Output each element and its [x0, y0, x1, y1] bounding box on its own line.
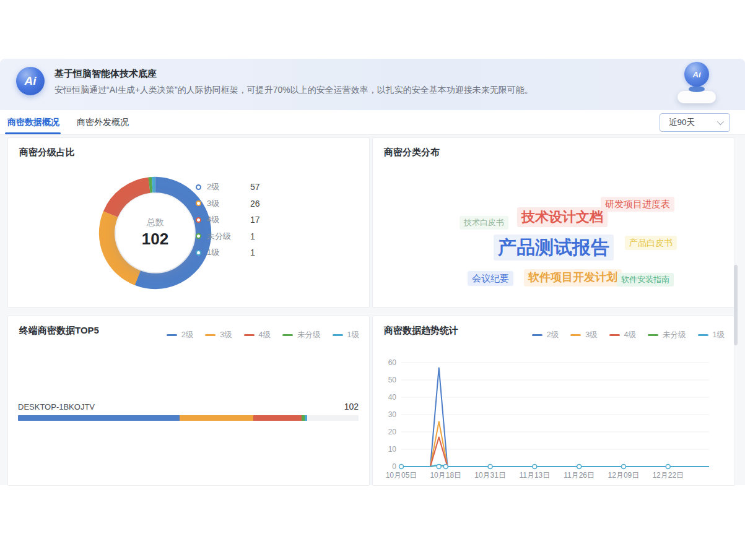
- legend-value: 1: [250, 231, 255, 241]
- legend-label: 未分级: [297, 330, 321, 340]
- panel-trend-stats: 商密数据趋势统计 2级3级4级未分级1级 010203040506010月05日…: [372, 316, 735, 486]
- legend-label: 2级: [547, 330, 559, 340]
- wordcloud-tag[interactable]: 产品测试报告: [494, 235, 614, 261]
- data-point-marker: [533, 465, 537, 469]
- tab-bar: 商密数据概况 商密外发概况: [0, 110, 745, 135]
- data-point-marker: [621, 465, 625, 469]
- x-axis-label: 11月26日: [564, 471, 595, 480]
- legend-item-1级[interactable]: 1级: [698, 330, 725, 340]
- tab-shangmi-data-overview[interactable]: 商密数据概况: [7, 110, 59, 134]
- legend-value: 57: [250, 182, 260, 192]
- bar-segment-1级: [305, 415, 308, 421]
- legend-dash-icon: [282, 334, 293, 336]
- donut-center-value: 102: [142, 230, 168, 249]
- x-axis-label: 10月18日: [430, 471, 461, 480]
- legend-ring-icon: [196, 217, 201, 223]
- legend-ring-icon: [196, 184, 201, 190]
- legend-item-4级[interactable]: 4级: [609, 330, 636, 340]
- trend-line-2级: [401, 368, 709, 467]
- top5-bar-row: DESKTOP-1BKOJTV102: [18, 402, 359, 421]
- legend-ring-icon: [196, 233, 201, 239]
- legend-item-未分级[interactable]: 未分级: [648, 330, 686, 340]
- legend-label: 3级: [220, 330, 232, 340]
- legend-label: 2级: [207, 181, 250, 192]
- top5-legend: 2级3级4级未分级1级: [155, 330, 359, 340]
- time-range-dropdown[interactable]: 近90天: [660, 113, 730, 132]
- legend-value: 1: [250, 248, 255, 257]
- data-point-marker: [666, 465, 670, 469]
- page-scrollbar-thumb[interactable]: [734, 265, 738, 345]
- donut-legend-item-4级[interactable]: 4级17: [196, 212, 260, 228]
- y-axis-label: 0: [392, 462, 396, 471]
- robot-neck: [689, 86, 705, 92]
- wordcloud-tag[interactable]: 技术白皮书: [460, 216, 508, 230]
- legend-label: 未分级: [207, 231, 250, 242]
- x-axis-label: 10月31日: [474, 471, 506, 480]
- legend-label: 2级: [181, 330, 193, 340]
- legend-item-4级[interactable]: 4级: [244, 330, 271, 340]
- header-title: 基于恒脑智能体技术底座: [54, 68, 157, 80]
- panel-terminal-top5: 终端商密数据TOP5 2级3级4级未分级1级 DESKTOP-1BKOJTV10…: [7, 316, 370, 486]
- data-point-marker: [399, 465, 404, 469]
- y-axis-label: 40: [388, 393, 397, 402]
- panel-category-distribution: 商密分类分布 研发项目进度表技术白皮书技术设计文档产品白皮书产品测试报告会议纪要…: [372, 137, 735, 308]
- legend-item-3级[interactable]: 3级: [205, 330, 232, 340]
- time-range-value: 近90天: [669, 117, 695, 128]
- wordcloud-tag[interactable]: 软件项目开发计划: [524, 269, 622, 286]
- legend-dash-icon: [167, 334, 177, 336]
- legend-label: 4级: [207, 214, 250, 225]
- legend-item-3级[interactable]: 3级: [570, 330, 597, 340]
- legend-dash-icon: [648, 334, 658, 336]
- tab-shangmi-outgoing-overview[interactable]: 商密外发概况: [77, 110, 129, 134]
- legend-label: 1级: [207, 247, 250, 258]
- panel-trend-title: 商密数据趋势统计: [384, 325, 458, 337]
- header-subtitle: 安恒恒脑通过“AI生成+人类决策”的人际协同框架，可提升70%以上的安全运营效率…: [54, 85, 533, 96]
- terminal-name: DESKTOP-1BKOJTV: [18, 402, 95, 411]
- stacked-bar: [18, 415, 359, 421]
- active-tab-underline: [5, 132, 61, 134]
- legend-ring-icon: [196, 250, 201, 256]
- y-axis-label: 20: [388, 428, 397, 436]
- legend-item-2级[interactable]: 2级: [532, 330, 559, 340]
- donut-center: 总数 102: [116, 194, 194, 272]
- robot-body: [677, 91, 716, 103]
- x-axis-label: 11月13日: [519, 471, 550, 480]
- legend-item-2级[interactable]: 2级: [167, 330, 193, 340]
- y-axis-label: 10: [388, 445, 397, 454]
- wordcloud-tag[interactable]: 技术设计文档: [517, 207, 608, 227]
- trend-line-chart: 010203040506010月05日10月18日10月31日11月13日11月…: [378, 350, 731, 485]
- data-point-marker: [577, 465, 582, 469]
- panel-grade-ratio-title: 商密分级占比: [19, 147, 75, 158]
- data-point-marker: [443, 465, 448, 469]
- legend-label: 4级: [259, 330, 271, 340]
- legend-dash-icon: [205, 334, 216, 336]
- donut-legend-item-未分级[interactable]: 未分级1: [196, 228, 260, 245]
- header-band: Ai 基于恒脑智能体技术底座 安恒恒脑通过“AI生成+人类决策”的人际协同框架，…: [0, 59, 745, 110]
- wordcloud-tag[interactable]: 产品白皮书: [625, 236, 677, 250]
- legend-dash-icon: [244, 334, 255, 336]
- y-axis-label: 60: [388, 358, 397, 367]
- panel-terminal-top5-title: 终端商密数据TOP5: [19, 325, 99, 337]
- legend-item-1级[interactable]: 1级: [333, 330, 359, 340]
- legend-label: 4级: [624, 330, 636, 340]
- x-axis-label: 10月05日: [386, 471, 417, 480]
- wordcloud-tag[interactable]: 研发项目进度表: [601, 197, 674, 212]
- trend-legend: 2级3级4级未分级1级: [520, 330, 725, 340]
- donut-legend-item-1级[interactable]: 1级1: [196, 244, 260, 261]
- donut-legend-item-3级[interactable]: 3级26: [196, 196, 260, 212]
- wordcloud-tag[interactable]: 软件安装指南: [617, 273, 674, 286]
- category-wordcloud: 研发项目进度表技术白皮书技术设计文档产品白皮书产品测试报告会议纪要软件项目开发计…: [373, 163, 734, 307]
- donut-center-label: 总数: [147, 217, 164, 228]
- legend-label: 1级: [347, 330, 359, 340]
- wordcloud-tag[interactable]: 会议纪要: [468, 271, 513, 286]
- dashboard-page: Ai 基于恒脑智能体技术底座 安恒恒脑通过“AI生成+人类决策”的人际协同框架，…: [0, 0, 745, 560]
- robot-head-icon: Ai: [684, 62, 709, 87]
- legend-item-未分级[interactable]: 未分级: [282, 330, 321, 340]
- legend-dash-icon: [570, 334, 581, 336]
- legend-dash-icon: [609, 334, 620, 336]
- panel-category-title: 商密分类分布: [384, 147, 440, 158]
- legend-value: 17: [250, 215, 260, 225]
- legend-label: 1级: [713, 330, 725, 340]
- donut-legend-item-2级[interactable]: 2级57: [196, 179, 260, 196]
- legend-dash-icon: [698, 334, 708, 336]
